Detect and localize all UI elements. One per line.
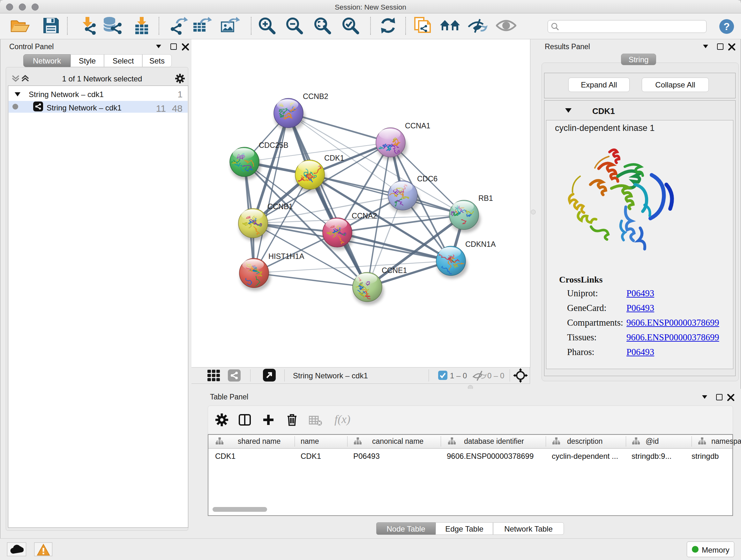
svg-text:CDC25B: CDC25B [259,141,288,149]
svg-text:CCNA2: CCNA2 [352,212,377,220]
svg-text:CDKN1A: CDKN1A [465,240,496,248]
svg-text:?: ? [724,21,730,32]
svg-text:CCNB2: CCNB2 [303,92,328,101]
svg-text:CDK1: CDK1 [324,154,344,162]
svg-text:CDC6: CDC6 [417,175,437,183]
svg-text:CCNE1: CCNE1 [382,266,407,274]
svg-text:RB1: RB1 [478,194,493,202]
svg-text:CCNA1: CCNA1 [405,122,430,130]
svg-text:HIST1H1A: HIST1H1A [268,252,305,260]
svg-text:CCNB1: CCNB1 [267,202,293,211]
